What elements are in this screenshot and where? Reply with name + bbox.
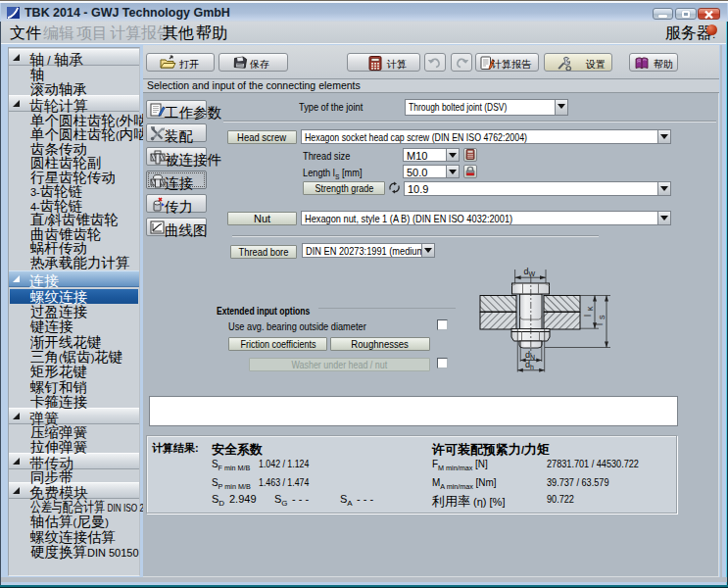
svg-text:K: K xyxy=(587,306,594,311)
svg-text:W: W xyxy=(529,270,536,277)
svg-text:h: h xyxy=(530,364,534,370)
svg-text:l: l xyxy=(595,323,605,325)
svg-text:S: S xyxy=(599,315,606,319)
svg-text:N: N xyxy=(530,354,535,361)
svg-text:l: l xyxy=(583,315,593,317)
